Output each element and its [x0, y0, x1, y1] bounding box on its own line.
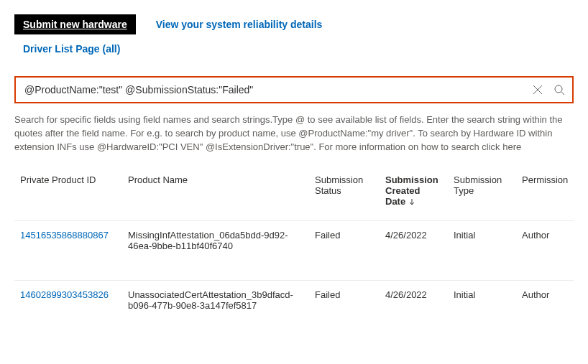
- cell-perm: Author: [516, 220, 574, 280]
- cell-status: Failed: [309, 220, 380, 280]
- search-help-text: Search for specific fields using field n…: [14, 113, 574, 154]
- clear-icon[interactable]: [532, 84, 543, 95]
- col-header-type[interactable]: Submission Type: [448, 170, 516, 221]
- reliability-details-link[interactable]: View your system reliability details: [156, 19, 323, 30]
- cell-name: UnassociatedCertAttestation_3b9dfacd-b09…: [122, 280, 309, 340]
- svg-line-3: [561, 92, 564, 95]
- submit-new-hardware-button[interactable]: Submit new hardware: [14, 14, 136, 34]
- cell-status: Failed: [309, 280, 380, 340]
- cell-date: 4/26/2022: [380, 220, 448, 280]
- cell-type: Initial: [448, 280, 516, 340]
- cell-name: MissingInfAttestation_06da5bdd-9d92-46ea…: [122, 220, 309, 280]
- search-icon[interactable]: [553, 84, 565, 95]
- col-header-name[interactable]: Product Name: [122, 170, 309, 221]
- help-text-body: Search for specific fields using field n…: [14, 114, 563, 152]
- col-header-perm[interactable]: Permission: [516, 170, 574, 221]
- cell-perm: Author: [516, 280, 574, 340]
- product-id-link[interactable]: 14602899303453826: [20, 289, 109, 300]
- col-header-id[interactable]: Private Product ID: [14, 170, 122, 221]
- table-row: 14516535868880867 MissingInfAttestation_…: [14, 220, 574, 280]
- driver-list-page-link[interactable]: Driver List Page (all): [23, 43, 120, 55]
- sort-descending-icon: [408, 197, 415, 207]
- results-table: Private Product ID Product Name Submissi…: [14, 170, 574, 340]
- col-header-status[interactable]: Submission Status: [309, 170, 380, 221]
- cell-type: Initial: [448, 220, 516, 280]
- svg-point-2: [555, 85, 562, 93]
- col-header-date[interactable]: Submission Created Date: [380, 170, 448, 221]
- help-here-link[interactable]: here: [502, 141, 521, 152]
- cell-date: 4/26/2022: [380, 280, 448, 340]
- table-row: 14602899303453826 UnassociatedCertAttest…: [14, 280, 574, 340]
- search-bar: [14, 76, 574, 103]
- search-input[interactable]: [23, 83, 532, 96]
- product-id-link[interactable]: 14516535868880867: [20, 230, 109, 241]
